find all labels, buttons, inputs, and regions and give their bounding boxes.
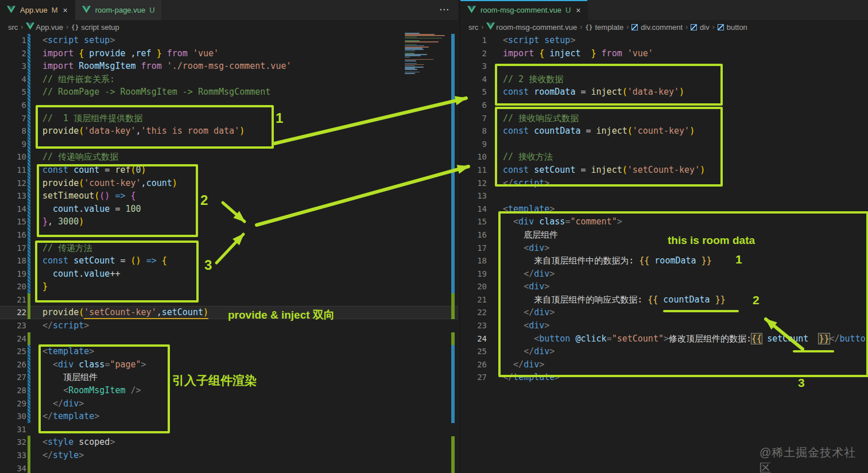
code-line[interactable]: 6 xyxy=(460,99,868,112)
code-line[interactable]: 8const countData = inject('count-key') xyxy=(460,125,868,138)
code-editor-right[interactable]: 1<script setup>2import { inject } from '… xyxy=(460,34,868,473)
code-line[interactable]: 8provide('data-key','this is room data') xyxy=(0,125,458,138)
code-line[interactable]: 31 xyxy=(0,423,458,436)
code-line[interactable]: 22 </div> xyxy=(460,306,868,319)
line-number: 14 xyxy=(460,203,487,216)
code-line[interactable]: 14 count.value = 100 xyxy=(0,203,458,216)
code-line[interactable]: 19 count.value++ xyxy=(0,267,458,281)
code-line[interactable]: 17 <div> xyxy=(460,242,868,255)
code-text: import { inject } from 'vue' xyxy=(503,47,653,60)
breadcrumb-item-src[interactable]: src xyxy=(468,23,478,32)
code-line[interactable]: 29 </div> xyxy=(0,397,458,410)
code-line[interactable]: 27 顶层组件 xyxy=(0,371,458,384)
line-number: 27 xyxy=(0,371,26,384)
code-line[interactable]: 28 <RoomMsgItem /> xyxy=(0,384,458,397)
code-line[interactable]: 23</script> xyxy=(0,319,458,332)
code-line[interactable]: 7// 1 顶层组件提供数据 xyxy=(0,112,458,125)
code-line[interactable]: 11const count = ref(0) xyxy=(0,164,458,177)
code-line[interactable]: 6 xyxy=(0,99,458,112)
code-line[interactable]: 19 </div> xyxy=(460,267,868,281)
breadcrumb-item-button[interactable]: button xyxy=(718,23,747,32)
tab-room-msg-comment.vue[interactable]: room-msg-comment.vueU× xyxy=(460,0,588,20)
gutter-spacer xyxy=(488,306,491,319)
breadcrumb-item-template[interactable]: {}template xyxy=(585,23,623,32)
code-line[interactable]: 12provide('count-key',count) xyxy=(0,177,458,190)
tab-room-page.vue[interactable]: room-page.vueU xyxy=(75,0,162,20)
code-text: </div> xyxy=(503,358,544,371)
code-line[interactable]: 3import RoomMsgItem from './room-msg-com… xyxy=(0,60,458,73)
code-line[interactable]: 17// 传递方法 xyxy=(0,242,458,255)
code-line[interactable]: 10// 传递响应式数据 xyxy=(0,150,458,164)
code-line[interactable]: 5// RoomPage -> RoomMsgItem -> RommMsgCo… xyxy=(0,86,458,99)
code-line[interactable]: 20} xyxy=(0,280,458,293)
code-line[interactable]: 7// 接收响应式数据 xyxy=(460,112,868,125)
code-line[interactable]: 11const setCount = inject('setCount-key'… xyxy=(460,164,868,177)
line-number: 2 xyxy=(460,47,487,60)
code-line[interactable]: 24 <button @click="setCount">修改顶层组件的数据:{… xyxy=(460,332,868,346)
vue-icon xyxy=(486,22,496,32)
code-line[interactable]: 13setTimeout(() => { xyxy=(0,189,458,203)
code-line[interactable]: 18const setCount = () => { xyxy=(0,254,458,267)
close-icon[interactable]: × xyxy=(63,6,68,15)
code-line[interactable]: 9 xyxy=(460,138,868,151)
breadcrumb-item-App.vue[interactable]: App.vue xyxy=(26,22,63,32)
code-line[interactable]: 27</template> xyxy=(460,371,868,384)
code-line[interactable]: 16 底层组件 xyxy=(460,228,868,242)
line-number: 12 xyxy=(460,177,487,190)
code-line[interactable]: 32<style scoped> xyxy=(0,436,458,449)
code-line[interactable]: 1<script setup> xyxy=(0,34,458,47)
code-line[interactable]: 14<template> xyxy=(460,203,868,216)
more-actions-ellipsis-icon[interactable]: ⋯ xyxy=(439,3,450,15)
code-line[interactable]: 26 </div> xyxy=(460,358,868,371)
line-number: 12 xyxy=(0,177,26,190)
code-line[interactable]: 4// 组件嵌套关系: xyxy=(0,73,458,86)
code-line[interactable]: 23 <div> xyxy=(460,319,868,332)
overview-ruler xyxy=(451,0,455,473)
code-line[interactable]: 25<template> xyxy=(0,345,458,358)
code-line[interactable]: 5const roomData = inject('data-key') xyxy=(460,86,868,99)
code-line[interactable]: 13 xyxy=(460,189,868,203)
code-line[interactable]: 25 </div> xyxy=(460,345,868,358)
gutter-spacer xyxy=(488,150,491,164)
code-line[interactable]: 4// 2 接收数据 xyxy=(460,73,868,86)
code-line[interactable]: 22provide('setCount-key',setCount) xyxy=(0,306,458,319)
line-number: 8 xyxy=(0,125,26,138)
close-icon[interactable]: × xyxy=(576,6,580,15)
breadcrumb-item-div[interactable]: div xyxy=(691,23,710,32)
gutter-spacer xyxy=(488,189,491,203)
code-line[interactable]: 21 xyxy=(0,293,458,307)
code-line[interactable]: 26 <div class="page"> xyxy=(0,358,458,371)
code-text: provide('setCount-key',setCount) xyxy=(42,306,208,319)
breadcrumb-item-script-setup[interactable]: {}script setup xyxy=(71,23,119,32)
code-text: // 组件嵌套关系: xyxy=(42,73,115,86)
breadcrumb-separator: › xyxy=(21,23,23,31)
tab-App.vue[interactable]: App.vueM× xyxy=(0,0,75,20)
code-line[interactable]: 16 xyxy=(0,228,458,242)
breadcrumb-item-src[interactable]: src xyxy=(8,23,18,32)
breadcrumb-item-div.comment[interactable]: div.comment xyxy=(631,23,683,32)
line-number: 16 xyxy=(460,228,487,242)
code-line[interactable]: 2import { provide ,ref } from 'vue' xyxy=(0,47,458,60)
line-number: 18 xyxy=(0,254,26,267)
code-line[interactable]: 18 来自顶层组件中的数据为: {{ roomData }} xyxy=(460,254,868,267)
code-line[interactable]: 2import { inject } from 'vue' xyxy=(460,47,868,60)
code-line[interactable]: 24 xyxy=(0,332,458,346)
code-line[interactable]: 10// 接收方法 xyxy=(460,150,868,164)
code-line[interactable]: 30</template> xyxy=(0,410,458,423)
code-line[interactable]: 15 <div class="comment"> xyxy=(460,215,868,228)
code-line[interactable]: 34 xyxy=(0,462,458,473)
code-line[interactable]: 3 xyxy=(460,60,868,73)
code-line[interactable]: 15}, 3000) xyxy=(0,215,458,228)
code-line[interactable]: 33</style> xyxy=(0,449,458,462)
code-line[interactable]: 9 xyxy=(0,138,458,151)
gutter-spacer xyxy=(488,215,491,228)
code-editor-left[interactable]: 1<script setup>2import { provide ,ref } … xyxy=(0,34,458,473)
code-line[interactable]: 12</script> xyxy=(460,177,868,190)
code-text: <script setup> xyxy=(503,34,575,47)
code-line[interactable]: 20 <div> xyxy=(460,280,868,293)
code-line[interactable]: 1<script setup> xyxy=(460,34,868,47)
gutter-diff-indicator xyxy=(28,203,30,216)
minimap[interactable] xyxy=(405,33,447,75)
code-line[interactable]: 21 来自顶层组件的响应式数据: {{ countData }} xyxy=(460,293,868,307)
breadcrumb-item-room-msg-comment.vue[interactable]: room-msg-comment.vue xyxy=(486,22,577,32)
